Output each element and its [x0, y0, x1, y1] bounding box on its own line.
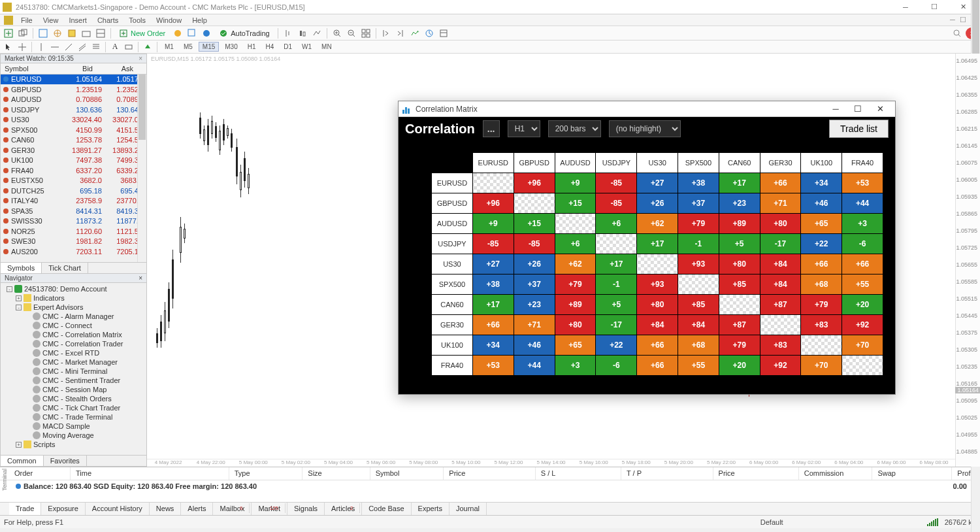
- mw-tab-symbols[interactable]: Symbols: [1, 263, 42, 273]
- nav-item[interactable]: CMC - Tick Chart Trader: [2, 403, 145, 412]
- corr-cell[interactable]: +44: [514, 356, 555, 375]
- nav-item[interactable]: CMC - Market Manager: [2, 357, 145, 367]
- line-chart-icon[interactable]: [311, 27, 323, 39]
- nav-item[interactable]: CMC - Stealth Orders: [2, 394, 145, 403]
- corr-cell[interactable]: +15: [514, 214, 555, 233]
- mw-row-SWISS30[interactable]: SWISS30 11873.2 11877.2: [1, 216, 146, 227]
- tf-H1[interactable]: H1: [244, 42, 260, 52]
- arrow-up-icon[interactable]: [142, 41, 154, 53]
- corr-cell[interactable]: +87: [760, 295, 801, 314]
- terminal-icon[interactable]: [80, 27, 92, 39]
- term-col-t-p[interactable]: T / P: [621, 467, 713, 480]
- mw-row-US30[interactable]: US30 33024.40 33027.00: [1, 115, 146, 125]
- term-tab-trade[interactable]: Trade: [9, 503, 41, 515]
- corr-cell[interactable]: +89: [719, 214, 760, 233]
- corr-cell[interactable]: +71: [760, 193, 801, 213]
- mw-row-NOR25[interactable]: NOR25 1120.60 1121.50: [1, 227, 146, 237]
- nav-experts[interactable]: -Expert Advisors: [2, 303, 145, 312]
- term-col-time[interactable]: Time: [71, 467, 229, 480]
- periods-icon[interactable]: [423, 27, 435, 39]
- corr-cell[interactable]: +84: [678, 315, 719, 335]
- fibo-icon[interactable]: [90, 41, 102, 53]
- corr-cell[interactable]: +85: [719, 274, 760, 294]
- corr-cell[interactable]: -1: [678, 234, 719, 254]
- corr-cell[interactable]: +5: [596, 295, 636, 314]
- corr-cell[interactable]: +79: [555, 274, 596, 294]
- expert-icon[interactable]: [201, 27, 212, 39]
- corr-cell[interactable]: +92: [842, 315, 883, 335]
- corr-cell[interactable]: +6: [596, 214, 636, 233]
- corr-row-AUDUSD[interactable]: AUDUSD: [432, 214, 472, 233]
- highlight-select[interactable]: (no highlight): [609, 120, 681, 137]
- corr-cell[interactable]: +66: [842, 254, 883, 274]
- corr-cell[interactable]: +17: [473, 295, 514, 314]
- nav-item[interactable]: CMC - Alarm Manager: [2, 312, 145, 321]
- nav-item[interactable]: CMC - Mini Terminal: [2, 367, 145, 376]
- corr-col-AUDUSD[interactable]: AUDUSD: [555, 153, 596, 173]
- profiles-icon[interactable]: [17, 27, 29, 39]
- menu-help[interactable]: Help: [187, 16, 212, 25]
- corr-row-UK100[interactable]: UK100: [432, 335, 472, 355]
- corr-col-CAN60[interactable]: CAN60: [719, 153, 760, 173]
- corr-cell[interactable]: +26: [637, 193, 678, 213]
- tf-MN[interactable]: MN: [318, 42, 336, 52]
- strategy-tester-icon[interactable]: [95, 27, 106, 39]
- corr-cell[interactable]: +9: [555, 173, 596, 193]
- tf-D1[interactable]: D1: [280, 42, 296, 52]
- corr-cell[interactable]: +23: [514, 295, 555, 314]
- term-tab-mailbox[interactable]: Mailbox6: [213, 503, 252, 515]
- mw-row-GER30[interactable]: GER30 13891.27 13893.27: [1, 146, 146, 156]
- corr-cell[interactable]: +71: [514, 315, 555, 335]
- nav-item[interactable]: CMC - Excel RTD: [2, 348, 145, 357]
- corr-cell[interactable]: +93: [678, 254, 719, 274]
- chart-plus-icon[interactable]: [186, 27, 198, 39]
- term-col-type[interactable]: Type: [229, 467, 303, 480]
- mw-row-DUTCH25[interactable]: DUTCH25 695.18 695.48: [1, 186, 146, 197]
- tf-H4[interactable]: H4: [262, 42, 278, 52]
- term-tab-exposure[interactable]: Exposure: [41, 503, 85, 515]
- corr-cell[interactable]: +55: [678, 356, 719, 375]
- corr-cell[interactable]: +55: [842, 274, 883, 294]
- nav-indicators[interactable]: +Indicators: [2, 293, 145, 303]
- corr-cell[interactable]: +92: [760, 356, 801, 375]
- corr-cell[interactable]: +3: [555, 356, 596, 375]
- corr-cell[interactable]: +96: [473, 193, 514, 213]
- term-tab-alerts[interactable]: Alerts: [181, 503, 213, 515]
- corr-row-SPX500[interactable]: SPX500: [432, 274, 472, 294]
- corr-cell[interactable]: +6: [555, 234, 596, 254]
- corr-col-US30[interactable]: US30: [637, 153, 678, 173]
- market-watch-close[interactable]: ×: [139, 55, 142, 62]
- candle-chart-icon[interactable]: [297, 27, 308, 39]
- corr-row-US30[interactable]: US30: [432, 254, 472, 274]
- nav-item[interactable]: CMC - Connect: [2, 321, 145, 330]
- tf-M30[interactable]: M30: [221, 42, 241, 52]
- term-tab-signals[interactable]: Signals: [287, 503, 325, 515]
- corr-cell[interactable]: +38: [678, 173, 719, 193]
- corr-cell[interactable]: +20: [842, 295, 883, 314]
- term-col-order[interactable]: Order: [9, 467, 71, 480]
- corr-cell[interactable]: +53: [473, 356, 514, 375]
- term-tab-code-base[interactable]: Code Base: [362, 503, 411, 515]
- corr-cell[interactable]: +80: [760, 214, 801, 233]
- corr-cell[interactable]: +9: [473, 214, 514, 233]
- corr-cell[interactable]: +66: [801, 254, 841, 274]
- nav-item[interactable]: CMC - Sentiment Trader: [2, 376, 145, 385]
- bar-chart-icon[interactable]: [282, 27, 294, 39]
- corr-col-USDJPY[interactable]: USDJPY: [596, 153, 636, 173]
- corr-cell[interactable]: +83: [801, 315, 841, 335]
- corr-cell[interactable]: +62: [555, 254, 596, 274]
- term-col-price[interactable]: Price: [713, 467, 799, 480]
- nav-item[interactable]: Moving Average: [2, 431, 145, 440]
- nav-account[interactable]: -24513780: Demo Account: [2, 284, 145, 293]
- corr-row-USDJPY[interactable]: USDJPY: [432, 234, 472, 254]
- tile-icon[interactable]: [360, 27, 372, 39]
- corr-cell[interactable]: +68: [678, 335, 719, 355]
- menu-window[interactable]: Window: [151, 16, 187, 25]
- corr-cell[interactable]: +37: [678, 193, 719, 213]
- term-col-commission[interactable]: Commission: [799, 467, 873, 480]
- menu-view[interactable]: View: [38, 16, 64, 25]
- mw-row-FRA40[interactable]: FRA40 6337.20 6339.20: [1, 166, 146, 176]
- term-col-price[interactable]: Price: [444, 467, 536, 480]
- corr-cell[interactable]: +96: [514, 173, 555, 193]
- modal-maximize[interactable]: ☐: [847, 102, 869, 116]
